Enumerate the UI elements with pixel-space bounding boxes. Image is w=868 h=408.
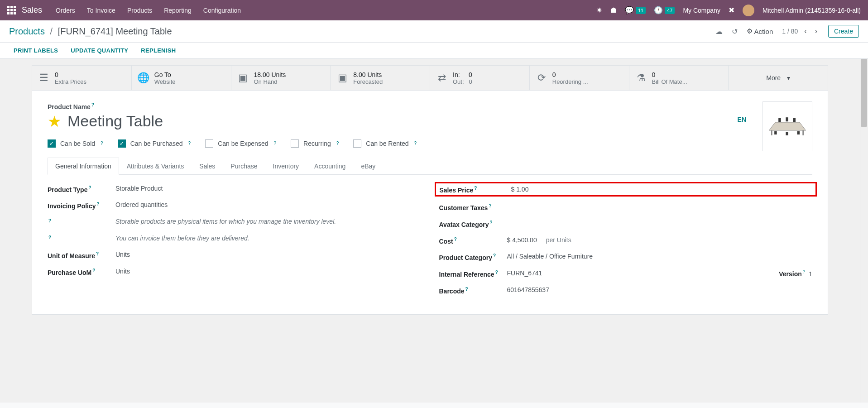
cloud-icon[interactable]: ☁ <box>715 27 723 36</box>
value-uom[interactable]: Units <box>115 251 421 258</box>
checkbox[interactable] <box>353 139 361 148</box>
form-body: Product Name? ★ Meeting Table EN ✓Can be… <box>32 91 828 315</box>
scrollbar-track[interactable] <box>860 59 868 403</box>
checkbox[interactable]: ✓ <box>48 139 56 148</box>
user-name[interactable]: Mitchell Admin (21451359-16-0-all) <box>762 7 861 14</box>
value-category[interactable]: All / Saleable / Office Furniture <box>507 253 813 260</box>
help-icon[interactable]: ? <box>489 203 491 208</box>
help-icon[interactable]: ? <box>465 287 468 292</box>
help-icon[interactable]: ? <box>803 269 806 274</box>
menu-to-invoice[interactable]: To Invoice <box>87 7 115 14</box>
help-icon[interactable]: ? <box>96 251 99 256</box>
debug-icon[interactable]: ✷ <box>596 6 602 14</box>
stat-extra-prices[interactable]: ☰0Extra Prices <box>32 65 132 91</box>
value-version[interactable]: 1 <box>809 270 812 278</box>
checkbox[interactable]: ✓ <box>118 139 126 148</box>
pager-prev[interactable]: ‹ <box>802 27 808 35</box>
tab-ebay[interactable]: eBay <box>353 158 383 175</box>
label-sales-price: Sales Price? <box>440 185 511 194</box>
scrollbar-thumb[interactable] <box>861 59 867 127</box>
topbar: Sales Orders To Invoice Products Reporti… <box>0 0 868 20</box>
action-label: Action <box>754 28 773 35</box>
tools-icon[interactable]: ✖‍ <box>729 6 734 14</box>
help-icon[interactable]: ? <box>48 218 51 223</box>
label-invoicing-policy: Invoicing Policy? <box>48 201 115 210</box>
help-icon[interactable]: ? <box>493 253 496 258</box>
help-icon[interactable]: ? <box>101 141 103 146</box>
messages-button[interactable]: 💬11 <box>625 6 646 14</box>
help-icon[interactable]: ? <box>188 141 191 146</box>
top-menu: Orders To Invoice Products Reporting Con… <box>56 7 596 14</box>
tab-purchase[interactable]: Purchase <box>223 158 265 175</box>
help-icon[interactable]: ? <box>454 237 457 242</box>
product-image[interactable] <box>762 101 812 151</box>
chk-recurring: Recurring? <box>291 139 339 148</box>
tab-general-information[interactable]: General Information <box>48 158 119 175</box>
replenish-link[interactable]: REPLENISH <box>141 47 176 54</box>
tab-attributes-variants[interactable]: Attributes & Variants <box>119 158 192 175</box>
help-icon[interactable]: ? <box>414 141 417 146</box>
tab-sales[interactable]: Sales <box>192 158 223 175</box>
label-internal-ref: Internal Reference? <box>439 269 507 278</box>
help-icon[interactable]: ? <box>495 270 498 275</box>
label-barcode: Barcode? <box>439 286 507 295</box>
checkbox[interactable] <box>291 139 299 148</box>
undo-icon[interactable]: ↺ <box>732 27 738 36</box>
menu-orders[interactable]: Orders <box>56 7 75 14</box>
stat-forecasted[interactable]: ▣8.00 UnitsForecasted <box>331 65 430 91</box>
stat-on-hand[interactable]: ▣18.00 UnitsOn Hand <box>231 65 331 91</box>
help-icon[interactable]: ? <box>88 185 91 190</box>
help-icon[interactable]: ? <box>48 235 51 240</box>
svg-rect-7 <box>786 132 788 135</box>
product-name[interactable]: Meeting Table <box>67 112 163 130</box>
tab-inventory[interactable]: Inventory <box>265 158 307 175</box>
value-invoicing-policy[interactable]: Ordered quantities <box>115 201 421 208</box>
menu-reporting[interactable]: Reporting <box>164 7 192 14</box>
value-product-type[interactable]: Storable Product <box>115 185 421 192</box>
pager-position[interactable]: 1 / 80 <box>782 28 798 35</box>
stat-in-out[interactable]: ⇄In: 0Out: 0 <box>430 65 530 91</box>
breadcrumb-back[interactable]: Products <box>9 26 45 36</box>
company-switcher[interactable]: My Company <box>683 7 720 14</box>
activities-button[interactable]: 🕐47 <box>654 6 675 14</box>
tab-accounting[interactable]: Accounting <box>307 158 353 175</box>
update-quantity-link[interactable]: UPDATE QUANTITY <box>71 47 128 54</box>
value-cost[interactable]: $ 4,500.00per Units <box>507 236 813 244</box>
avatar[interactable] <box>743 5 754 16</box>
svg-rect-3 <box>778 118 781 122</box>
help-icon[interactable]: ? <box>489 220 492 225</box>
help-icon[interactable]: ? <box>273 141 276 146</box>
help-icon[interactable]: ? <box>474 186 477 191</box>
stat-reordering[interactable]: ⟳0Reordering ... <box>530 65 629 91</box>
help-icon[interactable]: ? <box>91 102 94 107</box>
menu-products[interactable]: Products <box>127 7 152 14</box>
create-button[interactable]: Create <box>828 25 859 38</box>
favorite-star[interactable]: ★ <box>48 112 61 130</box>
apps-icon[interactable] <box>7 6 16 15</box>
stat-bom[interactable]: ⚗0Bill Of Mate... <box>629 65 729 91</box>
value-sales-price[interactable]: $ 1.00 <box>511 186 812 193</box>
value-barcode[interactable]: 601647855637 <box>507 286 813 293</box>
help-icon[interactable]: ? <box>92 268 95 273</box>
action-bar: PRINT LABELS UPDATE QUANTITY REPLENISH <box>0 43 868 59</box>
help-icon[interactable]: ? <box>97 202 100 206</box>
list-icon: ☰ <box>38 72 50 84</box>
label-help1: ? <box>48 218 115 226</box>
svg-marker-0 <box>769 122 806 130</box>
print-labels-link[interactable]: PRINT LABELS <box>14 47 58 54</box>
support-icon[interactable]: ☗ <box>610 6 617 14</box>
help-icon[interactable]: ? <box>336 141 339 146</box>
value-internal-ref[interactable]: FURN_6741Version? 1 <box>507 269 813 278</box>
stat-more[interactable]: More ▾ <box>729 65 828 91</box>
topbar-right: ✷ ☗ 💬11 🕐47 My Company ✖‍ Mitchell Admin… <box>596 5 861 16</box>
action-dropdown[interactable]: ⚙ Action <box>747 27 773 35</box>
option-checkboxes: ✓Can be Sold? ✓Can be Purchased? Can be … <box>48 139 812 148</box>
language-badge[interactable]: EN <box>738 116 746 123</box>
stat-website[interactable]: 🌐Go ToWebsite <box>132 65 231 91</box>
pager-next[interactable]: › <box>813 27 819 35</box>
checkbox[interactable] <box>205 139 213 148</box>
pager: 1 / 80 ‹ › <box>782 27 819 35</box>
stat-boxes: ☰0Extra Prices 🌐Go ToWebsite ▣18.00 Unit… <box>32 65 828 91</box>
menu-configuration[interactable]: Configuration <box>203 7 241 14</box>
value-purchase-uom[interactable]: Units <box>115 268 421 275</box>
